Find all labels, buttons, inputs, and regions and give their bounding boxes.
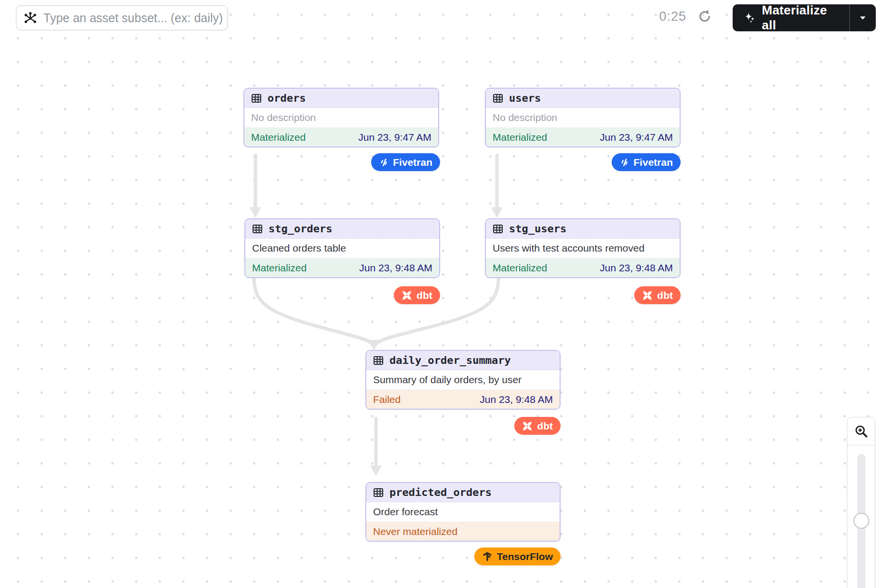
table-icon — [373, 487, 384, 498]
asset-node-header: orders — [244, 89, 438, 108]
table-icon — [492, 93, 504, 104]
tensorflow-badge[interactable]: TensorFlow — [474, 548, 561, 565]
asset-node-stg-users[interactable]: stg_users Users with test accounts remov… — [485, 218, 681, 278]
asset-name: stg_orders — [268, 223, 332, 235]
asset-description: No description — [486, 108, 680, 128]
tensorflow-icon — [482, 551, 493, 562]
search-input[interactable] — [16, 5, 228, 30]
status-timestamp: Jun 23, 9:47 AM — [358, 132, 431, 143]
asset-description: Summary of daily orders, by user — [366, 370, 560, 390]
badge-label: TensorFlow — [497, 551, 553, 562]
status-label: Materialized — [252, 262, 307, 274]
arrowhead — [370, 466, 382, 476]
magnifier-plus-icon — [854, 424, 869, 439]
asset-status-row: Materialized Jun 23, 9:48 AM — [245, 258, 439, 277]
table-icon — [252, 223, 263, 235]
fivetran-icon — [379, 158, 388, 167]
asset-status-row: Materialized Jun 23, 9:48 AM — [486, 258, 680, 277]
badge-label: dbt — [537, 420, 553, 432]
dbt-icon — [402, 290, 412, 301]
edge-stgorders-daily — [254, 280, 374, 346]
badge-label: dbt — [416, 290, 432, 301]
zoom-slider — [847, 445, 875, 588]
fivetran-icon — [619, 158, 629, 167]
status-timestamp: Jun 23, 9:47 AM — [600, 132, 673, 143]
fivetran-badge[interactable]: Fivetran — [371, 153, 440, 171]
asset-graph-canvas[interactable]: 0:25 Materialize all — [0, 0, 884, 588]
asset-name: daily_order_summary — [389, 354, 511, 366]
asset-description: Order forecast — [366, 502, 560, 522]
zoom-slider-thumb[interactable] — [853, 513, 869, 529]
status-label: Materialized — [251, 132, 306, 143]
asset-name: users — [509, 92, 541, 104]
asset-description: Users with test accounts removed — [486, 239, 680, 258]
asset-node-predicted-orders[interactable]: predicted_orders Order forecast Never ma… — [365, 482, 561, 542]
sparkles-icon — [743, 11, 756, 25]
materialize-all-label: Materialize all — [762, 3, 841, 33]
table-icon — [251, 93, 262, 104]
dbt-badge[interactable]: dbt — [394, 286, 440, 304]
asset-status-row: Failed Jun 23, 9:48 AM — [366, 390, 560, 409]
countdown-timer: 0:25 — [659, 9, 686, 24]
asset-node-stg-orders[interactable]: stg_orders Cleaned orders table Material… — [244, 218, 440, 278]
dbt-icon — [642, 290, 653, 301]
chevron-down-icon — [858, 13, 867, 22]
asset-search — [16, 5, 228, 30]
dbt-badge[interactable]: dbt — [514, 417, 561, 435]
status-label: Materialized — [493, 262, 547, 274]
dbt-icon — [522, 421, 533, 431]
asset-description: No description — [244, 108, 438, 128]
arrowhead — [491, 207, 503, 218]
asset-description: Cleaned orders table — [245, 239, 439, 258]
asset-status-row: Materialized Jun 23, 9:47 AM — [244, 128, 438, 147]
asset-node-header: stg_users — [486, 219, 680, 239]
asset-name: predicted_orders — [389, 486, 492, 498]
status-label: Never materialized — [373, 526, 457, 537]
fivetran-badge[interactable]: Fivetran — [612, 153, 681, 171]
asset-node-header: stg_orders — [245, 219, 439, 239]
status-label: Failed — [373, 394, 401, 405]
status-timestamp: Jun 23, 9:48 AM — [480, 394, 553, 405]
arrowhead — [250, 207, 261, 218]
asset-node-users[interactable]: users No description Materialized Jun 23… — [485, 88, 681, 147]
status-label: Materialized — [493, 132, 547, 143]
zoom-in-button[interactable] — [847, 417, 875, 445]
refresh-icon[interactable] — [697, 9, 712, 24]
materialize-all-main[interactable]: Materialize all — [733, 3, 849, 33]
status-timestamp: Jun 23, 9:48 AM — [600, 262, 673, 274]
asset-status-row: Materialized Jun 23, 9:47 AM — [486, 128, 680, 147]
asset-name: orders — [268, 92, 306, 104]
asset-node-header: daily_order_summary — [366, 351, 560, 370]
arrowhead — [368, 340, 380, 350]
asset-node-orders[interactable]: orders No description Materialized Jun 2… — [243, 88, 439, 147]
dbt-badge[interactable]: dbt — [634, 286, 681, 304]
materialize-all-button[interactable]: Materialize all — [733, 4, 876, 31]
asset-node-daily-order-summary[interactable]: daily_order_summary Summary of daily ord… — [365, 350, 561, 410]
asset-node-header: predicted_orders — [366, 483, 560, 502]
materialize-dropdown-button[interactable] — [850, 4, 876, 31]
badge-label: Fivetran — [393, 157, 432, 168]
status-timestamp: Jun 23, 9:48 AM — [359, 262, 432, 274]
asset-name: stg_users — [509, 223, 566, 235]
badge-label: dbt — [657, 290, 673, 301]
table-icon — [373, 355, 384, 366]
table-icon — [492, 223, 504, 235]
zoom-control-panel — [847, 417, 875, 588]
asset-node-header: users — [486, 89, 680, 108]
asset-status-row: Never materialized — [366, 522, 560, 541]
badge-label: Fivetran — [633, 157, 673, 168]
